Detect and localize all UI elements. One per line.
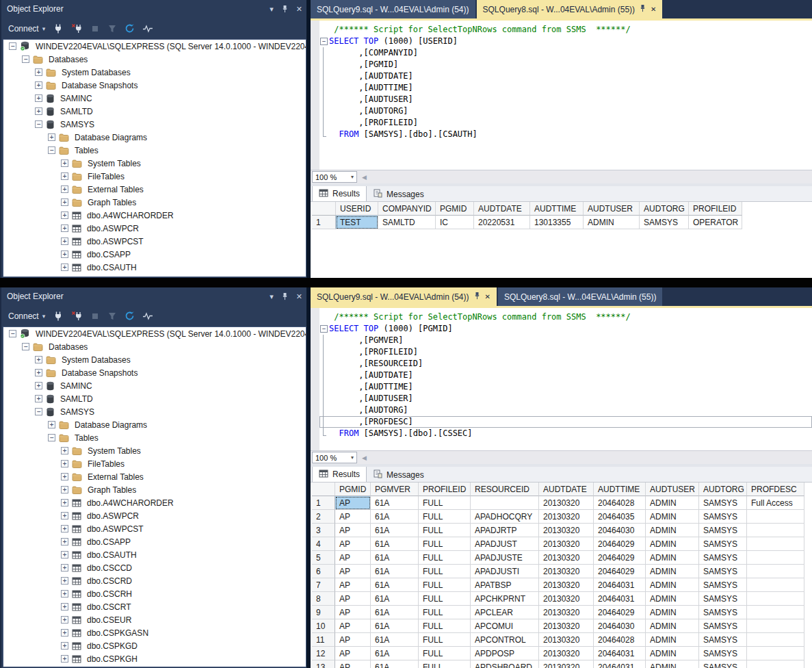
column-header[interactable]: USERID xyxy=(336,202,378,216)
plus-expander-icon[interactable]: + xyxy=(48,421,55,428)
tree-item[interactable]: −Databases xyxy=(3,53,306,66)
grid-cell[interactable]: SAMSYS xyxy=(699,524,747,537)
grid-cell[interactable]: FULL xyxy=(419,565,471,578)
column-header[interactable]: AUDTORG xyxy=(699,483,747,496)
editor-tab[interactable]: SQLQuery8.sql - W...04EVAL\Admin (55)) xyxy=(498,287,663,306)
refresh-icon[interactable] xyxy=(125,311,135,321)
pin-icon[interactable] xyxy=(282,5,288,13)
code-line[interactable]: /****** Script for SelectTopNRows comman… xyxy=(319,311,812,323)
plus-expander-icon[interactable]: + xyxy=(61,447,68,454)
editor-tab[interactable]: SQLQuery8.sql - W...04EVAL\Admin (55))✕ xyxy=(477,0,663,18)
column-header[interactable]: AUDTTIME xyxy=(530,202,584,216)
grid-cell[interactable] xyxy=(747,510,804,524)
grid-cell[interactable]: FULL xyxy=(419,592,471,606)
tree-item[interactable]: +Database Diagrams xyxy=(3,131,306,144)
grid-cell[interactable]: AP xyxy=(335,578,371,592)
grid-cell[interactable]: 61A xyxy=(371,647,419,660)
grid-cell[interactable]: ADMIN xyxy=(646,633,699,647)
plus-expander-icon[interactable]: + xyxy=(61,616,68,624)
minus-expander-icon[interactable]: − xyxy=(22,343,29,350)
row-header[interactable]: 3 xyxy=(312,524,335,537)
tree-item[interactable]: +dbo.ASWPCST xyxy=(3,235,306,248)
grid-cell[interactable]: 20220531 xyxy=(474,216,530,229)
code-line[interactable]: ,[AUDTORG] xyxy=(319,105,812,117)
disconnect-plug-icon[interactable] xyxy=(71,23,83,34)
grid-cell[interactable]: ADMIN xyxy=(646,510,699,524)
column-header[interactable]: PROFDESC xyxy=(747,483,804,496)
grid-cell[interactable]: APADJUST xyxy=(471,537,539,551)
grid-cell[interactable]: ADMIN xyxy=(584,216,640,229)
refresh-icon[interactable] xyxy=(125,23,135,34)
tree-item[interactable]: +dbo.CSAUTH xyxy=(3,548,306,561)
row-header[interactable]: 13 xyxy=(312,660,335,668)
tree-item[interactable]: +dbo.ASWPCR xyxy=(3,509,306,522)
filter-icon[interactable] xyxy=(107,24,117,34)
tree-item[interactable]: −Tables xyxy=(3,144,306,157)
grid-cell[interactable] xyxy=(747,606,804,619)
grid-cell[interactable]: ADMIN xyxy=(646,537,699,551)
tree-item[interactable]: +dbo.CSAPP xyxy=(3,248,306,261)
grid-cell[interactable]: AP xyxy=(335,606,371,619)
tree-item[interactable]: +dbo.CSPKGD xyxy=(3,639,306,652)
grid-cell[interactable]: 13013355 xyxy=(530,216,584,229)
plus-expander-icon[interactable]: + xyxy=(35,81,42,89)
code-line[interactable]: ,[COMPANYID] xyxy=(319,47,812,59)
horizontal-scrollbar[interactable]: ◀ xyxy=(357,451,812,464)
grid-cell[interactable]: AP xyxy=(335,619,371,633)
grid-cell[interactable]: SAMSYS xyxy=(699,619,747,633)
plus-expander-icon[interactable]: + xyxy=(35,382,42,389)
tree-item[interactable]: +System Tables xyxy=(3,157,306,170)
grid-cell[interactable]: FULL xyxy=(419,578,471,592)
code-line[interactable]: ,[AUDTORG] xyxy=(319,404,812,416)
grid-cell[interactable]: TEST xyxy=(336,216,378,229)
row-header[interactable]: 10 xyxy=(312,619,335,633)
grid-cell[interactable]: 61A xyxy=(371,496,419,510)
grid-cell[interactable]: FULL xyxy=(419,537,471,551)
minus-expander-icon[interactable]: − xyxy=(35,408,42,415)
grid-cell[interactable]: 20130320 xyxy=(539,510,594,524)
tree-item[interactable]: +dbo.CSEUR xyxy=(3,613,306,626)
grid-cell[interactable]: 61A xyxy=(371,510,419,524)
scroll-left-icon[interactable]: ◀ xyxy=(362,454,367,461)
column-header[interactable]: PGMID xyxy=(436,202,474,216)
grid-cell[interactable]: ADMIN xyxy=(646,606,699,619)
column-header[interactable]: AUDTTIME xyxy=(594,483,646,496)
grid-cell[interactable] xyxy=(747,524,804,537)
row-header[interactable]: 4 xyxy=(312,537,335,551)
connect-button[interactable]: Connect▾ xyxy=(8,24,45,34)
row-header[interactable]: 7 xyxy=(312,578,335,592)
grid-cell[interactable]: 20130320 xyxy=(539,592,594,606)
grid-cell[interactable]: SAMSYS xyxy=(640,216,689,229)
close-tab-icon[interactable]: ✕ xyxy=(485,293,490,300)
plus-expander-icon[interactable]: + xyxy=(35,68,42,76)
column-header[interactable]: COMPANYID xyxy=(378,202,436,216)
grid-cell[interactable]: 20130320 xyxy=(539,619,594,633)
editor-tab[interactable]: SQLQuery9.sql - W...04EVAL\Admin (54))✕ xyxy=(311,287,497,306)
tree-item[interactable]: +dbo.CSPKGH xyxy=(3,652,306,665)
grid-cell[interactable]: SAMSYS xyxy=(699,592,747,606)
tree-item[interactable]: +Database Diagrams xyxy=(3,418,306,431)
tree-item[interactable]: +System Databases xyxy=(3,66,306,79)
grid-cell[interactable]: 20130320 xyxy=(539,606,594,619)
zoom-dropdown[interactable]: 100 %▾ xyxy=(312,452,357,463)
grid-cell[interactable] xyxy=(747,578,804,592)
tree-item[interactable]: +dbo.CSCCD xyxy=(3,561,306,574)
plus-expander-icon[interactable]: + xyxy=(61,538,68,545)
code-line[interactable]: FROM [SAMSYS].[dbo].[CSAUTH] xyxy=(319,129,812,140)
grid-cell[interactable]: ADMIN xyxy=(646,592,699,606)
tab-results[interactable]: Results xyxy=(312,186,367,201)
grid-cell[interactable]: 20464028 xyxy=(594,496,646,510)
grid-cell[interactable]: AP xyxy=(335,592,371,606)
grid-cell[interactable]: SAMSYS xyxy=(699,565,747,578)
column-header[interactable]: PGMID xyxy=(335,483,371,496)
plus-expander-icon[interactable]: + xyxy=(35,94,42,102)
plus-expander-icon[interactable]: + xyxy=(61,172,68,180)
plus-expander-icon[interactable]: + xyxy=(35,356,42,363)
row-header[interactable]: 2 xyxy=(312,510,335,524)
grid-cell[interactable]: SAMLTD xyxy=(378,216,436,229)
column-header[interactable]: AUDTORG xyxy=(640,202,689,216)
grid-cell[interactable]: SAMSYS xyxy=(699,578,747,592)
grid-cell[interactable] xyxy=(747,633,804,647)
connect-plug-icon[interactable] xyxy=(53,23,64,34)
code-line[interactable]: ,[AUDTUSER] xyxy=(319,94,812,105)
